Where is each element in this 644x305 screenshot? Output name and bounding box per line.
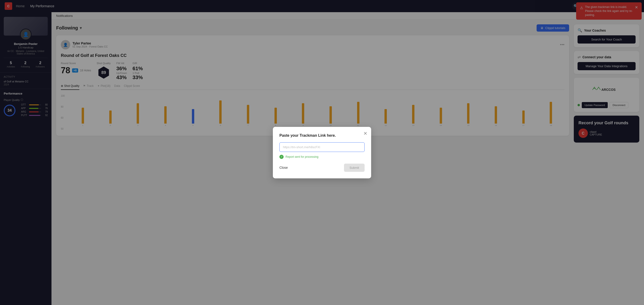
- success-check-icon: ✓: [280, 155, 284, 159]
- modal-overlay: Paste your Trackman Link here. ✕ ✓ Repor…: [0, 0, 644, 305]
- modal-submit-btn[interactable]: Submit: [344, 164, 364, 172]
- modal-actions: Close Submit: [280, 164, 364, 172]
- modal-title: Paste your Trackman Link here.: [280, 134, 364, 138]
- trackman-link-input[interactable]: [280, 142, 364, 152]
- modal-success-message: ✓ Report sent for processing: [280, 155, 364, 159]
- trackman-modal: Paste your Trackman Link here. ✕ ✓ Repor…: [273, 127, 371, 178]
- modal-close-btn[interactable]: Close: [280, 166, 288, 170]
- modal-close-x-btn[interactable]: ✕: [364, 130, 368, 136]
